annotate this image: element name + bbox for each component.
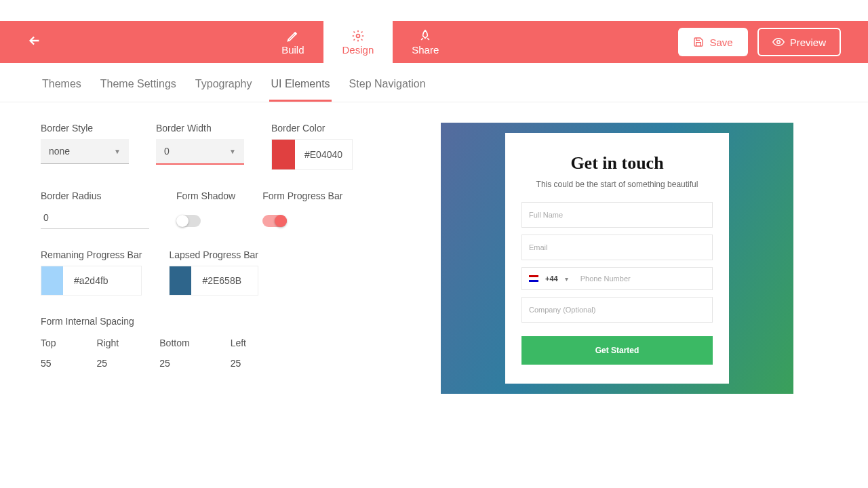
color-swatch [272, 140, 295, 169]
border-style-label: Border Style [41, 123, 129, 134]
preview-title: Get in touch [521, 153, 713, 174]
lapsed-bar-label: Lapsed Progress Bar [169, 249, 258, 260]
pencil-icon [286, 29, 300, 43]
border-radius-label: Border Radius [41, 190, 149, 201]
subnav-theme-settings[interactable]: Theme Settings [99, 73, 178, 102]
border-radius-input[interactable] [41, 207, 149, 229]
spacing-bottom-value[interactable]: 25 [159, 358, 189, 369]
spacing-left-label: Left [231, 338, 246, 348]
rocket-icon [418, 29, 432, 43]
save-icon [693, 37, 704, 47]
chevron-down-icon: ▾ [565, 275, 568, 283]
form-shadow-label: Form Shadow [176, 190, 235, 201]
spacing-top-label: Top [41, 338, 56, 348]
preview-company-input[interactable]: Company (Optional) [521, 297, 713, 323]
svg-point-0 [356, 34, 359, 37]
eye-icon [772, 36, 785, 48]
chevron-down-icon: ▼ [114, 148, 121, 155]
chevron-down-icon: ▼ [229, 148, 236, 155]
tab-design[interactable]: Design [323, 21, 393, 63]
spacing-top-value[interactable]: 55 [41, 358, 56, 369]
back-button[interactable] [27, 33, 42, 51]
border-color-label: Border Color [271, 123, 353, 134]
preview-email-input[interactable]: Email [521, 235, 713, 260]
preview-form-card: Get in touch This could be the start of … [505, 133, 729, 384]
spacing-right-label: Right [97, 338, 119, 348]
preview-cta-button[interactable]: Get Started [521, 336, 713, 365]
border-width-label: Border Width [156, 123, 244, 134]
subnav-themes[interactable]: Themes [41, 73, 83, 102]
flag-icon [529, 275, 538, 282]
spacing-right-value[interactable]: 25 [97, 358, 119, 369]
spacing-left-value[interactable]: 25 [231, 358, 246, 369]
remaining-bar-label: Remaning Progress Bar [41, 249, 142, 260]
subnav-step-navigation[interactable]: Step Navigation [348, 73, 427, 102]
border-width-select[interactable]: 0 ▼ [156, 139, 244, 165]
svg-point-1 [776, 41, 780, 44]
preview-fullname-input[interactable]: Full Name [521, 202, 713, 228]
preview-phone-input[interactable]: +44 ▾ Phone Number [521, 267, 713, 290]
color-swatch [41, 266, 63, 295]
border-color-picker[interactable]: #E04040 [271, 139, 353, 170]
remaining-bar-color[interactable]: #a2d4fb [41, 266, 142, 296]
form-progress-label: Form Progress Bar [262, 190, 342, 201]
border-style-select[interactable]: none ▼ [41, 139, 129, 164]
preview-button[interactable]: Preview [757, 28, 841, 56]
color-swatch [170, 266, 191, 295]
spacing-bottom-label: Bottom [159, 338, 189, 348]
gear-icon [351, 29, 365, 43]
preview-subtitle: This could be the start of something bea… [521, 179, 713, 190]
spacing-title: Form Internal Spacing [41, 316, 420, 327]
subnav-typography[interactable]: Typography [194, 73, 254, 102]
lapsed-bar-color[interactable]: #2E658B [169, 266, 258, 296]
subnav-ui-elements[interactable]: UI Elements [269, 73, 331, 102]
form-progress-toggle[interactable] [262, 215, 287, 227]
tab-build[interactable]: Build [262, 21, 323, 63]
form-shadow-toggle[interactable] [176, 215, 201, 227]
form-preview: Get in touch This could be the start of … [441, 123, 793, 394]
tab-share[interactable]: Share [393, 21, 458, 63]
save-button[interactable]: Save [678, 28, 747, 56]
